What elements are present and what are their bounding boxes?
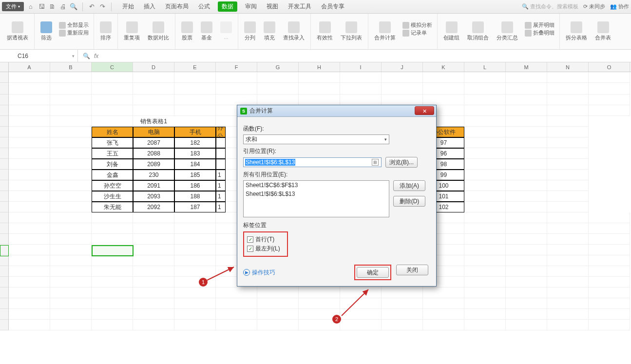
t1-h-phone: 手机 [174, 127, 216, 137]
saveas-icon[interactable]: 🗎 [48, 3, 56, 11]
browse-button[interactable]: 浏览(B)... [385, 157, 418, 168]
tab-insert[interactable]: 插入 [142, 1, 157, 12]
preview-icon[interactable]: 🔍 [70, 3, 77, 11]
menu-tabs: 开始 插入 页面布局 公式 数据 审阅 视图 开发工具 会员专享 [120, 1, 346, 12]
dropdown-button[interactable]: 下拉列表 [338, 21, 365, 41]
annotation-number-2: 2 [332, 315, 341, 324]
ribbon: 据透视表 筛选 全部显示 重新应用 排序 重复项 数据对比 股票 基金 ... … [0, 14, 631, 50]
filter-button[interactable]: 筛选 [38, 21, 55, 41]
tab-member[interactable]: 会员专享 [319, 1, 346, 12]
close-button[interactable]: 关闭 [396, 265, 428, 275]
fill-button[interactable]: 填充 [261, 21, 278, 41]
validity-button[interactable]: 有效性 [314, 21, 336, 41]
list-item[interactable]: Sheet1!$C$6:$F$13 [244, 181, 389, 190]
col-A[interactable]: A [9, 62, 50, 72]
delete-button[interactable]: 删除(D) [393, 196, 425, 207]
sync-status[interactable]: ⟳ 未同步 [583, 3, 605, 10]
app-icon: S [240, 108, 247, 115]
annotation-number-1: 1 [199, 278, 208, 287]
tab-formula[interactable]: 公式 [196, 1, 212, 12]
formula-bar: C16▾ 🔍 fx [0, 50, 631, 62]
function-select[interactable]: 求和▾ [243, 134, 389, 144]
ungroup-button[interactable]: 取消组合 [464, 21, 492, 41]
col-O[interactable]: O [589, 62, 630, 72]
col-B[interactable]: B [50, 62, 92, 72]
dialog-titlebar[interactable]: S 合并计算 ✕ [237, 105, 436, 117]
showall-button[interactable]: 全部显示 [59, 21, 89, 29]
reference-label: 引用位置(R): [243, 147, 430, 155]
record-button[interactable]: 记录单 [402, 29, 427, 37]
reference-input[interactable]: Sheet1!$I$6:$L$13 ⊞ [243, 157, 382, 167]
tips-link[interactable]: ▶操作技巧 [243, 268, 275, 277]
col-J[interactable]: J [382, 62, 423, 72]
tab-review[interactable]: 审阅 [243, 1, 259, 12]
table1-title: 销售表格1 [140, 117, 167, 126]
group-create-button[interactable]: 创建组 [440, 21, 462, 41]
list-item[interactable]: Sheet1!$I$6:$L$13 [244, 190, 389, 198]
stock-button[interactable]: 股票 [178, 21, 196, 41]
collab-button[interactable]: 👥 协作 [610, 3, 629, 10]
top-row-checkbox[interactable]: ✓ [247, 236, 253, 243]
label-pos-label: 标签位置 [243, 221, 430, 230]
reapply-button[interactable]: 重新应用 [59, 29, 89, 37]
consolidate-dialog: S 合并计算 ✕ 函数(F): 求和▾ 引用位置(R): Sheet1!$I$6… [237, 105, 437, 287]
merge-table-button[interactable]: 合并表 [592, 21, 614, 41]
pivot-button[interactable]: 据透视表 [4, 21, 31, 41]
fx-icon[interactable]: fx [94, 53, 98, 59]
refs-listbox[interactable]: Sheet1!$C$6:$F$13 Sheet1!$I$6:$L$13 [243, 180, 389, 217]
tab-start[interactable]: 开始 [120, 1, 136, 12]
col-K[interactable]: K [423, 62, 464, 72]
command-search[interactable]: 🔍 查找命令、搜索模板 [522, 3, 578, 10]
add-button[interactable]: 添加(A) [393, 180, 425, 191]
file-menu-button[interactable]: 文件▾ [2, 2, 24, 11]
redo-icon[interactable]: ↷ [98, 3, 106, 11]
show-detail-button[interactable]: 展开明细 [525, 21, 555, 29]
find-input-button[interactable]: 查找录入 [280, 21, 307, 41]
title-bar: 文件▾ ⌂ 🖫 🗎 🖨 🔍 ↶ ↷ 开始 插入 页面布局 公式 数据 审阅 视图… [0, 0, 631, 14]
t1-h-name: 姓名 [92, 127, 133, 137]
whatif-button[interactable]: 模拟分析 [402, 21, 432, 29]
name-box[interactable]: C16▾ [15, 50, 78, 62]
t1-h-office: 办公 [216, 127, 226, 137]
col-L[interactable]: L [464, 62, 506, 72]
home-icon[interactable]: ⌂ [27, 3, 35, 11]
consolidate-button[interactable]: 合并计算 [371, 21, 399, 41]
t1-h-pc: 电脑 [133, 127, 174, 137]
dialog-close-button[interactable]: ✕ [415, 106, 434, 115]
col-N[interactable]: N [547, 62, 589, 72]
range-picker-icon[interactable]: ⊞ [372, 159, 379, 166]
compare-button[interactable]: 数据对比 [145, 21, 172, 41]
save-icon[interactable]: 🖫 [38, 3, 45, 11]
tab-data[interactable]: 数据 [218, 1, 237, 12]
column-headers: A B C D E F G H I J K L M N O [0, 62, 631, 72]
col-E[interactable]: E [174, 62, 216, 72]
col-I[interactable]: I [340, 62, 382, 72]
subtotal-button[interactable]: 分类汇总 [494, 21, 521, 41]
sort-button[interactable]: 排序 [97, 21, 115, 41]
hide-detail-button[interactable]: 折叠明细 [525, 29, 555, 37]
col-H[interactable]: H [299, 62, 340, 72]
dialog-title-text: 合并计算 [249, 107, 273, 115]
tab-view[interactable]: 视图 [265, 1, 280, 12]
undo-icon[interactable]: ↶ [88, 3, 96, 11]
zoom-icon[interactable]: 🔍 [83, 53, 90, 59]
tab-layout[interactable]: 页面布局 [163, 1, 191, 12]
left-col-checkbox[interactable]: ✓ [247, 246, 253, 252]
tab-dev[interactable]: 开发工具 [286, 1, 313, 12]
play-icon: ▶ [243, 269, 250, 276]
all-refs-label: 所有引用位置(E): [243, 171, 430, 179]
dup-button[interactable]: 重复项 [121, 21, 143, 41]
top-row-label: 首行(T) [255, 235, 274, 244]
split-table-button[interactable]: 拆分表格 [563, 21, 590, 41]
left-col-label: 最左列(L) [255, 245, 280, 253]
col-G[interactable]: G [257, 62, 299, 72]
col-C[interactable]: C [92, 62, 133, 72]
col-F[interactable]: F [216, 62, 257, 72]
print-icon[interactable]: 🖨 [59, 3, 67, 11]
col-M[interactable]: M [506, 62, 547, 72]
more-datatypes[interactable]: ... [217, 21, 235, 41]
split-button[interactable]: 分列 [241, 21, 259, 41]
col-D[interactable]: D [133, 62, 174, 72]
fund-button[interactable]: 基金 [198, 21, 215, 41]
ok-button[interactable]: 确定 [357, 267, 389, 278]
